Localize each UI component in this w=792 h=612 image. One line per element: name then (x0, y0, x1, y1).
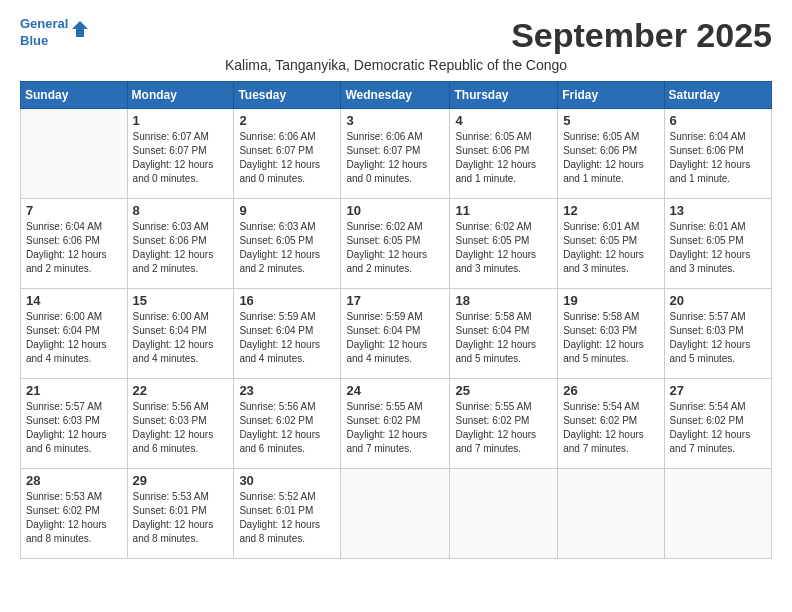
sunrise: Sunrise: 5:57 AM (26, 401, 102, 412)
sunrise: Sunrise: 6:07 AM (133, 131, 209, 142)
calendar-cell: 23Sunrise: 5:56 AMSunset: 6:02 PMDayligh… (234, 379, 341, 469)
day-number: 16 (239, 293, 335, 308)
day-number: 21 (26, 383, 122, 398)
day-number: 25 (455, 383, 552, 398)
calendar-cell (450, 469, 558, 559)
calendar-cell: 29Sunrise: 5:53 AMSunset: 6:01 PMDayligh… (127, 469, 234, 559)
calendar-cell: 8Sunrise: 6:03 AMSunset: 6:06 PMDaylight… (127, 199, 234, 289)
sunrise: Sunrise: 6:05 AM (563, 131, 639, 142)
sunset: Sunset: 6:02 PM (455, 415, 529, 426)
day-number: 8 (133, 203, 229, 218)
header-monday: Monday (127, 82, 234, 109)
sunrise: Sunrise: 6:04 AM (26, 221, 102, 232)
logo-icon (70, 19, 90, 39)
sunset: Sunset: 6:07 PM (133, 145, 207, 156)
sunset: Sunset: 6:03 PM (133, 415, 207, 426)
calendar-cell: 26Sunrise: 5:54 AMSunset: 6:02 PMDayligh… (558, 379, 664, 469)
calendar-cell: 14Sunrise: 6:00 AMSunset: 6:04 PMDayligh… (21, 289, 128, 379)
sunset: Sunset: 6:06 PM (670, 145, 744, 156)
calendar-week-row-3: 21Sunrise: 5:57 AMSunset: 6:03 PMDayligh… (21, 379, 772, 469)
calendar-cell: 9Sunrise: 6:03 AMSunset: 6:05 PMDaylight… (234, 199, 341, 289)
day-number: 29 (133, 473, 229, 488)
daylight: Daylight: 12 hours and 7 minutes. (670, 429, 751, 454)
day-number: 17 (346, 293, 444, 308)
sunset: Sunset: 6:04 PM (26, 325, 100, 336)
day-info: Sunrise: 6:01 AMSunset: 6:05 PMDaylight:… (670, 220, 766, 276)
day-number: 5 (563, 113, 658, 128)
sunrise: Sunrise: 5:57 AM (670, 311, 746, 322)
sunrise: Sunrise: 6:05 AM (455, 131, 531, 142)
sunrise: Sunrise: 6:03 AM (239, 221, 315, 232)
header: General Blue September 2025 (20, 16, 772, 55)
calendar-cell: 16Sunrise: 5:59 AMSunset: 6:04 PMDayligh… (234, 289, 341, 379)
calendar-cell: 22Sunrise: 5:56 AMSunset: 6:03 PMDayligh… (127, 379, 234, 469)
sunset: Sunset: 6:04 PM (346, 325, 420, 336)
day-number: 18 (455, 293, 552, 308)
day-info: Sunrise: 5:52 AMSunset: 6:01 PMDaylight:… (239, 490, 335, 546)
day-number: 13 (670, 203, 766, 218)
calendar-week-row-4: 28Sunrise: 5:53 AMSunset: 6:02 PMDayligh… (21, 469, 772, 559)
day-number: 26 (563, 383, 658, 398)
day-number: 10 (346, 203, 444, 218)
sunrise: Sunrise: 5:59 AM (239, 311, 315, 322)
day-info: Sunrise: 5:54 AMSunset: 6:02 PMDaylight:… (563, 400, 658, 456)
day-info: Sunrise: 6:04 AMSunset: 6:06 PMDaylight:… (670, 130, 766, 186)
header-sunday: Sunday (21, 82, 128, 109)
calendar-cell: 19Sunrise: 5:58 AMSunset: 6:03 PMDayligh… (558, 289, 664, 379)
daylight: Daylight: 12 hours and 0 minutes. (133, 159, 214, 184)
calendar-cell (21, 109, 128, 199)
day-info: Sunrise: 6:05 AMSunset: 6:06 PMDaylight:… (563, 130, 658, 186)
calendar-cell: 1Sunrise: 6:07 AMSunset: 6:07 PMDaylight… (127, 109, 234, 199)
sunrise: Sunrise: 6:00 AM (26, 311, 102, 322)
day-info: Sunrise: 6:01 AMSunset: 6:05 PMDaylight:… (563, 220, 658, 276)
day-number: 19 (563, 293, 658, 308)
sunrise: Sunrise: 5:53 AM (26, 491, 102, 502)
sunrise: Sunrise: 5:56 AM (133, 401, 209, 412)
daylight: Daylight: 12 hours and 7 minutes. (346, 429, 427, 454)
sunrise: Sunrise: 5:54 AM (670, 401, 746, 412)
sunset: Sunset: 6:03 PM (670, 325, 744, 336)
daylight: Daylight: 12 hours and 5 minutes. (563, 339, 644, 364)
daylight: Daylight: 12 hours and 3 minutes. (455, 249, 536, 274)
day-number: 23 (239, 383, 335, 398)
day-info: Sunrise: 6:00 AMSunset: 6:04 PMDaylight:… (26, 310, 122, 366)
day-number: 3 (346, 113, 444, 128)
sunrise: Sunrise: 6:02 AM (455, 221, 531, 232)
daylight: Daylight: 12 hours and 2 minutes. (239, 249, 320, 274)
daylight: Daylight: 12 hours and 1 minute. (455, 159, 536, 184)
calendar-cell: 7Sunrise: 6:04 AMSunset: 6:06 PMDaylight… (21, 199, 128, 289)
daylight: Daylight: 12 hours and 2 minutes. (346, 249, 427, 274)
day-info: Sunrise: 5:56 AMSunset: 6:03 PMDaylight:… (133, 400, 229, 456)
daylight: Daylight: 12 hours and 4 minutes. (239, 339, 320, 364)
day-info: Sunrise: 5:55 AMSunset: 6:02 PMDaylight:… (346, 400, 444, 456)
daylight: Daylight: 12 hours and 6 minutes. (239, 429, 320, 454)
sunrise: Sunrise: 5:58 AM (563, 311, 639, 322)
day-info: Sunrise: 5:59 AMSunset: 6:04 PMDaylight:… (346, 310, 444, 366)
logo: General Blue (20, 16, 90, 50)
day-info: Sunrise: 5:58 AMSunset: 6:04 PMDaylight:… (455, 310, 552, 366)
calendar-cell: 30Sunrise: 5:52 AMSunset: 6:01 PMDayligh… (234, 469, 341, 559)
title-section: September 2025 (511, 16, 772, 55)
daylight: Daylight: 12 hours and 7 minutes. (563, 429, 644, 454)
calendar-week-row-1: 7Sunrise: 6:04 AMSunset: 6:06 PMDaylight… (21, 199, 772, 289)
sunset: Sunset: 6:06 PM (455, 145, 529, 156)
calendar-cell: 13Sunrise: 6:01 AMSunset: 6:05 PMDayligh… (664, 199, 771, 289)
calendar-cell: 2Sunrise: 6:06 AMSunset: 6:07 PMDaylight… (234, 109, 341, 199)
sunset: Sunset: 6:02 PM (346, 415, 420, 426)
sunset: Sunset: 6:03 PM (26, 415, 100, 426)
sunrise: Sunrise: 5:58 AM (455, 311, 531, 322)
sunrise: Sunrise: 6:01 AM (670, 221, 746, 232)
calendar-cell: 28Sunrise: 5:53 AMSunset: 6:02 PMDayligh… (21, 469, 128, 559)
sunset: Sunset: 6:03 PM (563, 325, 637, 336)
daylight: Daylight: 12 hours and 6 minutes. (133, 429, 214, 454)
day-number: 1 (133, 113, 229, 128)
day-info: Sunrise: 6:03 AMSunset: 6:06 PMDaylight:… (133, 220, 229, 276)
daylight: Daylight: 12 hours and 1 minute. (563, 159, 644, 184)
day-number: 14 (26, 293, 122, 308)
day-number: 9 (239, 203, 335, 218)
day-info: Sunrise: 6:06 AMSunset: 6:07 PMDaylight:… (239, 130, 335, 186)
header-saturday: Saturday (664, 82, 771, 109)
calendar-cell: 21Sunrise: 5:57 AMSunset: 6:03 PMDayligh… (21, 379, 128, 469)
sunrise: Sunrise: 5:54 AM (563, 401, 639, 412)
calendar-cell: 18Sunrise: 5:58 AMSunset: 6:04 PMDayligh… (450, 289, 558, 379)
